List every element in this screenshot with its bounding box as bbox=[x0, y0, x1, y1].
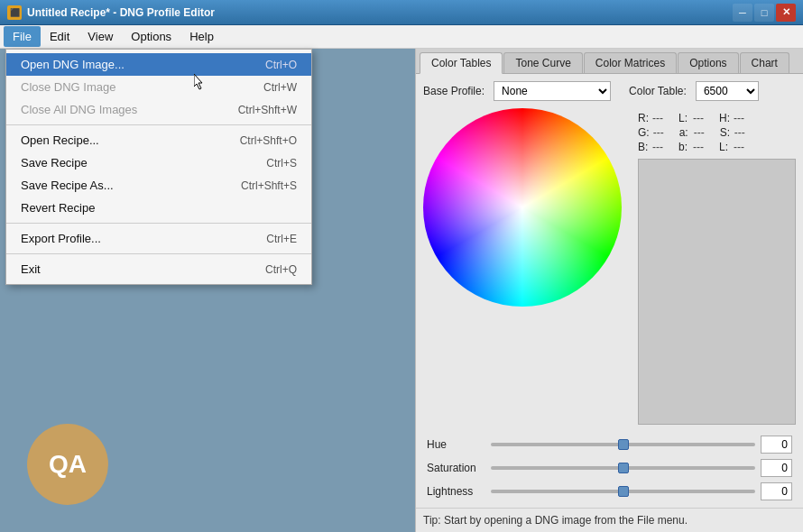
hue-label: Hue bbox=[427, 438, 485, 451]
title-controls: ─ □ ✕ bbox=[733, 4, 796, 22]
menu-open-recipe-shortcut: Ctrl+Shft+O bbox=[240, 134, 297, 147]
menu-options[interactable]: Options bbox=[122, 26, 180, 47]
lightness-thumb[interactable] bbox=[618, 486, 629, 497]
hue-thumb[interactable] bbox=[618, 439, 629, 450]
lightness-label: Lightness bbox=[427, 485, 485, 498]
qa-circle: QA bbox=[27, 424, 108, 505]
info-s-label: S: bbox=[720, 126, 731, 139]
saturation-value[interactable]: 0 bbox=[761, 459, 792, 477]
info-r-value: --- bbox=[652, 112, 675, 124]
color-wheel-container bbox=[423, 108, 631, 316]
tip-bar: Tip: Start by opening a DNG image from t… bbox=[416, 508, 803, 532]
info-row-g: G: --- a: --- S: --- bbox=[638, 126, 796, 139]
menu-revert-recipe[interactable]: Revert Recipe bbox=[6, 197, 311, 219]
hue-slider-row: Hue 0 bbox=[427, 436, 792, 454]
profile-row: Base Profile: None Adobe Standard Camera… bbox=[423, 81, 796, 101]
menu-save-recipe-as-shortcut: Ctrl+Shft+S bbox=[241, 179, 297, 192]
menu-close-dng: Close DNG Image Ctrl+W bbox=[6, 76, 311, 98]
color-table-select[interactable]: 6500 2850 bbox=[696, 81, 759, 101]
info-b2-value: --- bbox=[693, 141, 715, 153]
info-g-label: G: bbox=[638, 126, 650, 139]
lightness-slider-row: Lightness 0 bbox=[427, 482, 792, 500]
menu-exit-shortcut: Ctrl+Q bbox=[265, 263, 297, 276]
base-profile-label: Base Profile: bbox=[423, 85, 485, 97]
app-icon: ⬛ bbox=[7, 5, 22, 20]
hue-value[interactable]: 0 bbox=[761, 436, 792, 454]
qa-label: QA bbox=[49, 450, 87, 479]
menu-file[interactable]: File bbox=[4, 26, 41, 47]
menu-close-all-dng: Close All DNG Images Ctrl+Shft+W bbox=[6, 98, 311, 121]
menu-help[interactable]: Help bbox=[180, 26, 223, 47]
menu-export-profile-shortcut: Ctrl+E bbox=[266, 233, 297, 245]
sliders-area: Hue 0 Saturation 0 Lightness bbox=[423, 436, 796, 500]
color-table-label: Color Table: bbox=[629, 85, 687, 97]
menu-save-recipe-as-label: Save Recipe As... bbox=[21, 179, 114, 192]
menu-edit[interactable]: Edit bbox=[41, 26, 78, 47]
window-title: Untitled Recipe* - DNG Profile Editor bbox=[27, 6, 215, 19]
saturation-thumb[interactable] bbox=[618, 463, 629, 473]
menu-open-recipe[interactable]: Open Recipe... Ctrl+Shft+O bbox=[6, 129, 311, 151]
menu-open-dng-shortcut: Ctrl+O bbox=[265, 59, 297, 71]
menu-save-recipe[interactable]: Save Recipe Ctrl+S bbox=[6, 151, 311, 174]
info-row-r: R: --- L: --- H: --- bbox=[638, 112, 796, 124]
info-panel: R: --- L: --- H: --- G: --- a: --- S: --… bbox=[638, 108, 796, 428]
menu-exit-label: Exit bbox=[21, 262, 41, 276]
menu-open-dng-label: Open DNG Image... bbox=[21, 58, 125, 71]
close-button[interactable]: ✕ bbox=[776, 4, 796, 22]
menu-export-profile[interactable]: Export Profile... Ctrl+E bbox=[6, 227, 311, 250]
info-l2-value: --- bbox=[734, 141, 756, 153]
tab-chart[interactable]: Chart bbox=[740, 52, 789, 73]
color-wheel[interactable] bbox=[423, 108, 622, 307]
menu-bar: File Edit View Options Help bbox=[0, 25, 803, 49]
tab-color-tables[interactable]: Color Tables bbox=[420, 52, 503, 74]
minimize-button[interactable]: ─ bbox=[733, 4, 752, 22]
menu-export-profile-label: Export Profile... bbox=[21, 232, 101, 245]
info-b2-label: b: bbox=[678, 141, 689, 153]
menu-save-recipe-as[interactable]: Save Recipe As... Ctrl+Shft+S bbox=[6, 174, 311, 197]
menu-save-recipe-label: Save Recipe bbox=[21, 156, 88, 170]
saturation-slider-row: Saturation 0 bbox=[427, 459, 792, 477]
info-h-value: --- bbox=[734, 112, 756, 124]
menu-divider-1 bbox=[6, 124, 311, 125]
menu-view[interactable]: View bbox=[78, 26, 122, 47]
tab-tone-curve[interactable]: Tone Curve bbox=[503, 52, 582, 73]
tab-options[interactable]: Options bbox=[678, 52, 738, 73]
info-row-b: B: --- b: --- L: --- bbox=[638, 141, 796, 153]
lightness-value[interactable]: 0 bbox=[761, 482, 792, 500]
file-menu-dropdown: Open DNG Image... Ctrl+O Close DNG Image… bbox=[5, 49, 312, 285]
saturation-track bbox=[491, 466, 755, 470]
menu-exit[interactable]: Exit Ctrl+Q bbox=[6, 258, 311, 280]
tab-color-matrices[interactable]: Color Matrices bbox=[584, 52, 677, 73]
menu-close-all-dng-label: Close All DNG Images bbox=[21, 103, 137, 116]
title-bar: ⬛ Untitled Recipe* - DNG Profile Editor … bbox=[0, 0, 803, 25]
menu-revert-recipe-label: Revert Recipe bbox=[21, 201, 95, 215]
lightness-track bbox=[491, 490, 755, 493]
saturation-label: Saturation bbox=[427, 462, 485, 474]
maximize-button[interactable]: □ bbox=[754, 4, 774, 22]
title-bar-left: ⬛ Untitled Recipe* - DNG Profile Editor bbox=[7, 5, 215, 20]
menu-close-dng-label: Close DNG Image bbox=[21, 80, 115, 94]
right-panel: Color Tables Tone Curve Color Matrices O… bbox=[415, 49, 803, 532]
menu-close-all-dng-shortcut: Ctrl+Shft+W bbox=[238, 104, 297, 116]
info-g-value: --- bbox=[653, 126, 676, 139]
right-content: Base Profile: None Adobe Standard Camera… bbox=[416, 74, 803, 508]
info-l-label: L: bbox=[678, 112, 689, 124]
info-s-value: --- bbox=[734, 126, 757, 139]
tip-text: Tip: Start by opening a DNG image from t… bbox=[423, 514, 688, 527]
menu-open-recipe-label: Open Recipe... bbox=[21, 133, 99, 147]
menu-open-dng[interactable]: Open DNG Image... Ctrl+O bbox=[6, 53, 311, 76]
info-h-label: H: bbox=[719, 112, 730, 124]
info-l-value: --- bbox=[693, 112, 715, 124]
middle-section: R: --- L: --- H: --- G: --- a: --- S: --… bbox=[423, 108, 796, 428]
info-r-label: R: bbox=[638, 112, 649, 124]
menu-close-dng-shortcut: Ctrl+W bbox=[263, 81, 297, 94]
hue-track bbox=[491, 443, 755, 446]
info-l2-label: L: bbox=[719, 141, 730, 153]
info-b-label: B: bbox=[638, 141, 649, 153]
menu-divider-2 bbox=[6, 223, 311, 224]
info-gray-box bbox=[638, 159, 796, 425]
menu-divider-3 bbox=[6, 253, 311, 254]
tabs-bar: Color Tables Tone Curve Color Matrices O… bbox=[416, 49, 803, 74]
base-profile-select[interactable]: None Adobe Standard Camera Standard bbox=[494, 81, 611, 101]
info-a-label: a: bbox=[679, 126, 690, 139]
